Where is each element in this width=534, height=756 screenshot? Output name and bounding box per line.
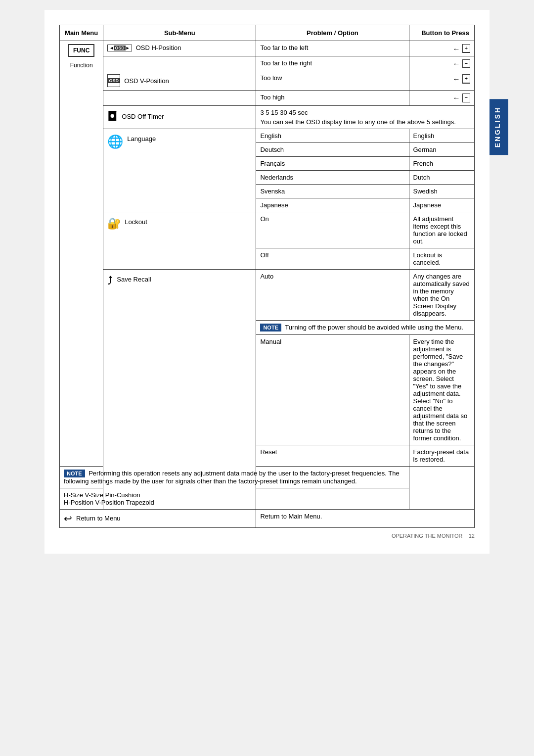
return-label: Return to Menu — [76, 515, 121, 522]
lockout-sub-cell: 🔐 Lockout — [103, 212, 256, 269]
osd-timer-icon-label: ◘̈ OSD Off Timer — [107, 109, 252, 124]
save-manual-option: Manual — [256, 334, 409, 445]
globe-icon: 🌐 — [107, 134, 123, 149]
osd-h-problem-2: Too far to the right — [256, 56, 409, 71]
header-row: Main Menu Sub-Menu Problem / Option Butt… — [60, 25, 475, 41]
osd-h-problem-1: Too far to the left — [256, 41, 409, 56]
minus-sign-1: − — [463, 60, 470, 67]
osd-v-sub-cell-2 — [103, 91, 256, 105]
lockout-on-value: All adjustment items except this functio… — [409, 212, 475, 248]
arrow-left-icon-4: ← — [453, 94, 460, 102]
header-problem: Problem / Option — [256, 25, 409, 41]
lang-francais-option: Français — [256, 156, 409, 170]
lang-japanese-value: Japanese — [409, 198, 475, 212]
arrow-left-icon-1: ← — [453, 45, 460, 53]
minus-btn-2: − — [462, 94, 470, 102]
save-remaining-row: H-Size V-Size Pin-Cushion H-Position V-P… — [60, 488, 475, 509]
osd-h-label: OSD H-Position — [136, 44, 181, 51]
page-container: ENGLISH Main Menu Sub-Menu Problem / Opt… — [44, 10, 490, 554]
plus-sign-1: + — [463, 45, 470, 52]
osd-h-icon-label: ◄ OSD ► OSD H-Position — [107, 44, 252, 51]
osd-h-sub-cell-2 — [103, 56, 256, 71]
return-icon-label: ↩ Return to Menu — [64, 513, 252, 524]
osd-h-button-2: ← − — [409, 56, 475, 71]
timer-text: 3 5 15 30 45 sec — [260, 109, 470, 116]
osd-v-btn-row-2: ← − — [413, 94, 471, 102]
osd-v-row-top: OSD OSD V-Position Too low ← + — [60, 71, 475, 91]
osd-v-icon: OSD — [107, 74, 120, 87]
osd-v-problem-1: Too low — [256, 71, 409, 91]
language-label: Language — [127, 135, 156, 142]
note2-label: NOTE — [64, 470, 85, 477]
lockout-on-option: On — [256, 212, 409, 248]
lang-svenska-value: Swedish — [409, 184, 475, 198]
lock-icon: 🔐 — [107, 217, 121, 230]
lang-svenska-option: Svenska — [256, 184, 409, 198]
plus-btn-2: + — [462, 74, 470, 83]
main-menu-cell: FUNC Function — [60, 41, 103, 467]
lang-icon-label: 🌐 Language — [107, 132, 252, 149]
osd-h-row-top: FUNC Function ◄ OSD ► OSD H-Position Too… — [60, 41, 475, 56]
osd-h-btn-row-2: ← − — [413, 59, 471, 68]
osd-h-button-1: ← + — [409, 41, 475, 56]
osd-h-btn-row-1: ← + — [413, 44, 471, 53]
lang-deutsch-value: German — [409, 142, 475, 156]
minus-btn-1: − — [462, 59, 470, 68]
footer-page: 12 — [469, 533, 475, 539]
save-manual-value: Every time the adjustment is performed, … — [409, 334, 475, 445]
osd-v-button-1: ← + — [409, 71, 475, 91]
lang-dutch-value: Dutch — [409, 170, 475, 184]
minus-sign-2: − — [463, 94, 470, 101]
osd-v-button-2: ← − — [409, 91, 475, 105]
osd-timer-label: OSD Off Timer — [122, 113, 164, 120]
osd-v-icon-label: OSD OSD V-Position — [107, 74, 252, 87]
note1-text: Turning off the power should be avoided … — [285, 324, 463, 331]
return-value-cell: Return to Main Menu. — [256, 509, 475, 527]
note2-text: Performing this operation resets any adj… — [64, 470, 400, 485]
save-icon-label: ⤴ Save Recall — [107, 273, 252, 287]
osd-timer-row: ◘̈ OSD Off Timer 3 5 15 30 45 sec You ca… — [60, 105, 475, 129]
osd-v-sub-cell: OSD OSD V-Position — [103, 71, 256, 91]
return-sub-cell: ↩ Return to Menu — [60, 509, 256, 527]
osd-v-label: OSD V-Position — [124, 77, 169, 85]
english-tab: ENGLISH — [490, 99, 508, 155]
lockout-label: Lockout — [125, 218, 147, 226]
save-note2-row: NOTE Performing this operation resets an… — [60, 466, 475, 488]
timer-desc: You can set the OSD display time to any … — [260, 118, 470, 126]
save-reset-value: Factory-preset data is restored. — [409, 445, 475, 466]
lockout-off-value: Lockout is canceled. — [409, 248, 475, 269]
footer: OPERATING THE MONITOR 12 — [59, 533, 475, 539]
lang-english-option: English — [256, 129, 409, 142]
save-icon: ⤴ — [107, 275, 113, 287]
lockout-off-option: Off — [256, 248, 409, 269]
lang-francais-value: French — [409, 156, 475, 170]
func-box: FUNC — [68, 44, 94, 57]
lockout-on-row: 🔐 Lockout On All adjustment items except… — [60, 212, 475, 248]
lang-english-value: English — [409, 129, 475, 142]
save-auto-option: Auto — [256, 269, 409, 320]
return-icon: ↩ — [64, 513, 72, 524]
save-note2-cell: NOTE Performing this operation resets an… — [60, 466, 409, 488]
save-note1-cell: NOTE Turning off the power should be avo… — [256, 320, 475, 334]
save-remaining-cell: H-Size V-Size Pin-Cushion H-Position V-P… — [60, 488, 409, 509]
header-button: Button to Press — [409, 25, 475, 41]
save-label: Save Recall — [117, 276, 151, 283]
lockout-icon-label: 🔐 Lockout — [107, 215, 252, 230]
osd-v-row-bottom: Too high ← − — [60, 91, 475, 105]
plus-sign-2: + — [463, 75, 470, 83]
osd-h-row-bottom: Too far to the right ← − — [60, 56, 475, 71]
header-main-menu: Main Menu — [60, 25, 103, 41]
lang-japanese-option: Japanese — [256, 198, 409, 212]
save-auto-row: ⤴ Save Recall Auto Any changes are autom… — [60, 269, 475, 320]
osd-timer-sub-cell: ◘̈ OSD Off Timer — [103, 105, 256, 129]
lang-dutch-option: Nederlands — [256, 170, 409, 184]
lang-sub-cell: 🌐 Language — [103, 129, 256, 212]
lang-english-row: 🌐 Language English English — [60, 129, 475, 142]
timer-icon: ◘̈ — [107, 109, 118, 124]
osd-v-problem-2: Too high — [256, 91, 409, 105]
save-auto-value: Any changes are automatically saved in t… — [409, 269, 475, 320]
osd-h-icon: ◄ OSD ► — [107, 45, 132, 51]
arrow-left-icon-2: ← — [453, 59, 460, 68]
header-sub-menu: Sub-Menu — [103, 25, 256, 41]
return-row: ↩ Return to Menu Return to Main Menu. — [60, 509, 475, 527]
